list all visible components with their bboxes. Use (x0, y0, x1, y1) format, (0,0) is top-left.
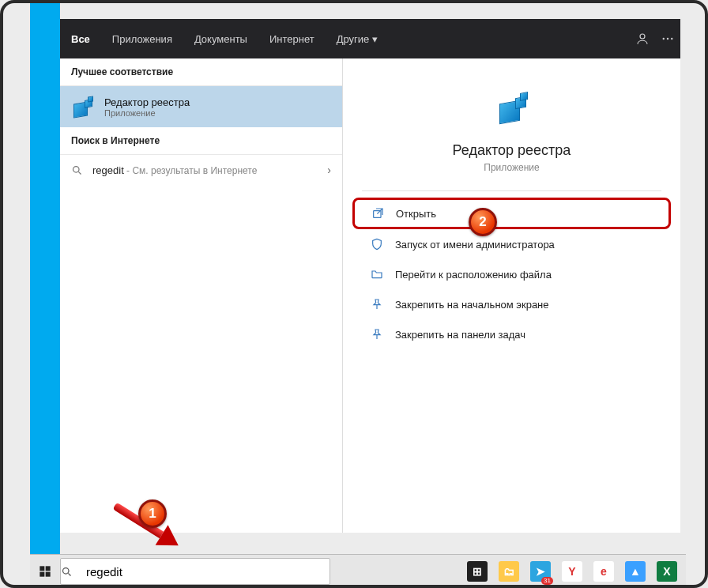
preview-title: Редактор реестра (343, 142, 680, 159)
tab-all[interactable]: Все (60, 19, 101, 58)
svg-line-14 (68, 573, 70, 575)
action-pin-start[interactable]: Закрепить на начальном экране (352, 289, 671, 319)
svg-point-0 (640, 34, 645, 39)
account-icon[interactable] (630, 19, 655, 58)
microsoft-store-icon[interactable]: ⊞ (461, 555, 493, 588)
web-search-item[interactable]: regedit - См. результаты в Интернете › (60, 155, 342, 185)
divider (362, 190, 661, 191)
telegram-icon[interactable]: ➤31 (525, 555, 556, 588)
svg-point-13 (63, 567, 70, 574)
taskbar-search-box[interactable] (60, 558, 330, 585)
pin-icon (370, 327, 384, 341)
svg-point-4 (73, 166, 80, 172)
chevron-down-icon: ▾ (372, 33, 378, 45)
excel-icon[interactable]: X (651, 555, 683, 588)
annotation-step-1: 1 (138, 499, 167, 528)
search-results-pane: Лучшее соответствие Редактор реестра При… (60, 58, 680, 533)
svg-rect-9 (40, 566, 44, 571)
action-open-location[interactable]: Перейти к расположению файла (352, 259, 671, 289)
result-preview: Редактор реестра Приложение Открыть Запу… (343, 58, 680, 533)
svg-line-5 (78, 172, 81, 174)
action-pin-taskbar-label: Закрепить на панели задач (395, 329, 525, 341)
search-icon (71, 164, 83, 176)
file-explorer-icon[interactable]: 🗂 (493, 555, 525, 588)
shield-icon (370, 237, 384, 251)
search-icon (61, 566, 85, 578)
svg-point-2 (667, 38, 668, 40)
action-pin-taskbar[interactable]: Закрепить на панели задач (352, 319, 671, 349)
pin-icon (370, 297, 384, 311)
action-open-location-label: Перейти к расположению файла (395, 269, 552, 281)
action-pin-start-label: Закрепить на начальном экране (395, 299, 549, 311)
open-icon (371, 206, 385, 220)
web-query-suffix: - См. результаты в Интернете (124, 165, 258, 176)
action-open[interactable]: Открыть (352, 198, 671, 229)
results-list: Лучшее соответствие Редактор реестра При… (60, 58, 343, 533)
yandex-icon[interactable]: Y (556, 555, 588, 588)
svg-rect-11 (40, 572, 44, 577)
photos-icon[interactable]: ▲ (620, 555, 651, 588)
svg-point-3 (671, 38, 672, 40)
taskbar: ⊞🗂➤31Ye▲X (30, 554, 686, 588)
edge-icon[interactable]: e (588, 555, 620, 588)
svg-rect-12 (46, 572, 51, 577)
regedit-app-icon (489, 85, 535, 131)
section-best-match: Лучшее соответствие (60, 58, 342, 86)
svg-point-1 (663, 38, 665, 40)
start-button[interactable] (30, 555, 60, 588)
best-match-subtitle: Приложение (104, 108, 190, 118)
search-filter-tabs: Все Приложения Документы Интернет Другие… (60, 19, 680, 58)
tab-documents[interactable]: Документы (183, 19, 258, 58)
tab-internet[interactable]: Интернет (258, 19, 326, 58)
best-match-item[interactable]: Редактор реестра Приложение (60, 86, 342, 127)
best-match-title: Редактор реестра (104, 96, 190, 108)
tab-more-label: Другие (337, 33, 370, 45)
tab-more[interactable]: Другие ▾ (326, 19, 390, 58)
taskbar-apps: ⊞🗂➤31Ye▲X (461, 555, 686, 588)
tab-apps[interactable]: Приложения (101, 19, 183, 58)
action-run-admin[interactable]: Запуск от имени администратора (352, 229, 671, 259)
annotation-step-2: 2 (469, 208, 497, 236)
accent-strip (30, 0, 60, 555)
search-input[interactable] (85, 564, 317, 579)
folder-icon (370, 267, 384, 281)
svg-rect-10 (46, 566, 51, 571)
more-icon[interactable] (655, 19, 680, 58)
preview-subtitle: Приложение (343, 162, 680, 173)
regedit-app-icon (71, 96, 93, 118)
action-run-admin-label: Запуск от имени администратора (395, 239, 555, 251)
web-query: regedit (92, 164, 124, 176)
chevron-right-icon: › (327, 164, 331, 176)
section-web: Поиск в Интернете (60, 127, 342, 155)
action-open-label: Открыть (396, 208, 436, 220)
